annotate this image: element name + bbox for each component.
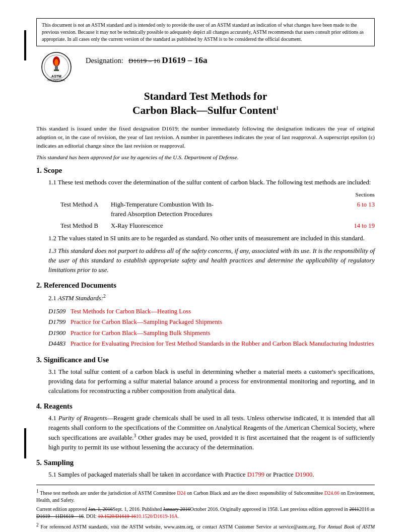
defense-approval: This standard has been approved for use … xyxy=(36,154,375,160)
test-method-a-label: Test Method A xyxy=(60,200,111,210)
section-3-heading: 3. Significance and Use xyxy=(36,356,375,364)
issued-box: This standard is issued under the fixed … xyxy=(36,124,375,150)
document-header: ASTM INTERNATIONAL Designation: D1619 – … xyxy=(36,51,375,83)
para-4-1-text: 4.1 Purity of Reagents—Reagent grade che… xyxy=(48,415,375,451)
ref-d1799-text: Practice for Carbon Black—Sampling Packa… xyxy=(71,317,222,328)
test-method-b-section: 14 to 19 xyxy=(334,221,375,231)
section-1-content: 1.1 These test methods cover the determi… xyxy=(36,178,375,275)
para-1-3: 1.3 This standard does not purport to ad… xyxy=(36,246,375,275)
test-method-table: Sections Test Method A High-Temperature … xyxy=(60,190,375,231)
para-1-2: 1.2 The values stated in SI units are to… xyxy=(36,234,375,243)
footnote-1: 1 These test methods are under the juris… xyxy=(36,488,375,504)
para-2-1: 2.1 ASTM Standards:2 xyxy=(36,293,375,303)
section-4-heading: 4. Reagents xyxy=(36,402,375,411)
reference-list: D1509 Test Methods for Carbon Black—Heat… xyxy=(48,306,375,350)
ref-d4483-link[interactable]: Practice for Evaluating Precision for Te… xyxy=(71,340,374,347)
para-3-1: 3.1 The total sulfur content of a carbon… xyxy=(36,367,375,396)
section-2-content: 2.1 ASTM Standards:2 D1509 Test Methods … xyxy=(36,293,375,349)
svg-text:INTERNATIONAL: INTERNATIONAL xyxy=(47,79,65,82)
test-method-a-desc: High-Temperature Combustion With In-frar… xyxy=(111,200,334,219)
para-4-1: 4.1 Purity of Reagents—Reagent grade che… xyxy=(36,414,375,452)
subcommittee-link[interactable]: D24.66 xyxy=(324,490,339,496)
ref-d4483-text: Practice for Evaluating Precision for Te… xyxy=(71,339,374,350)
test-method-a-section: 6 to 13 xyxy=(334,200,375,210)
para-1-2-text: 1.2 The values stated in SI units are to… xyxy=(48,235,365,242)
sections-header: Sections xyxy=(60,190,375,199)
footnote-divider xyxy=(36,485,375,485)
section-14-19-link[interactable]: 14 to 19 xyxy=(354,222,375,229)
d1900-inline-link[interactable]: D1900 xyxy=(295,471,312,478)
para-1-1-text: 1.1 These test methods cover the determi… xyxy=(48,179,371,186)
test-method-b-label: Test Method B xyxy=(60,221,111,231)
svg-rect-5 xyxy=(54,70,59,71)
ref-d1799-num: D1799 xyxy=(48,317,66,328)
footnote-area: 1 These test methods are under the juris… xyxy=(36,488,375,532)
test-method-b-desc: X-Ray Fluorescence xyxy=(111,221,334,231)
designation-old: D1619 – 16 xyxy=(128,57,160,64)
section-3-content: 3.1 The total sulfur content of a carbon… xyxy=(36,367,375,396)
section-1-heading: 1. Scope xyxy=(36,166,375,175)
issued-text: This standard is issued under the fixed … xyxy=(36,125,375,149)
notice-text: This document is not an ASTM standard an… xyxy=(42,22,364,42)
ref-d4483-num: D4483 xyxy=(48,339,66,350)
test-method-row-b: Test Method B X-Ray Fluorescence 14 to 1… xyxy=(60,221,375,231)
document-title: Standard Test Methods for Carbon Black—S… xyxy=(36,90,375,117)
ref-d1799: D1799 Practice for Carbon Black—Sampling… xyxy=(48,317,375,328)
astm-logo: ASTM INTERNATIONAL xyxy=(41,51,72,83)
ref-d4483: D4483 Practice for Evaluating Precision … xyxy=(48,339,375,350)
ref-d1509-link[interactable]: Test Methods for Carbon Black—Heating Lo… xyxy=(71,308,191,315)
svg-text:ASTM: ASTM xyxy=(51,75,61,78)
ref-d1509-num: D1509 xyxy=(48,306,66,317)
svg-point-3 xyxy=(54,59,58,66)
designation-label: Designation: xyxy=(86,56,123,64)
designation-area: Designation: D1619 – 16 D1619 – 16a xyxy=(86,51,375,65)
footnote-current-text: Current edition approved Jan. 1, 2016Sep… xyxy=(36,506,375,519)
ref-d1509-text: Test Methods for Carbon Black—Heating Lo… xyxy=(71,306,191,317)
footnote-1-text: These test methods are under the jurisdi… xyxy=(36,490,375,503)
ref-d1900-link[interactable]: Practice for Carbon Black—Sampling Bulk … xyxy=(71,329,210,337)
committee-d24-link[interactable]: D24 xyxy=(177,490,185,496)
para-2-1-text: 2.1 ASTM Standards:2 xyxy=(48,295,106,302)
test-method-row-a: Test Method A High-Temperature Combustio… xyxy=(60,200,375,219)
para-3-1-text: 3.1 The total sulfur content of a carbon… xyxy=(48,368,375,394)
footnote-2-text: For referenced ASTM standards, visit the… xyxy=(36,524,375,532)
ref-d1900-num: D1900 xyxy=(48,328,66,339)
logo-area: ASTM INTERNATIONAL xyxy=(36,51,77,83)
footnote-current: Current edition approved Jan. 1, 2016Sep… xyxy=(36,506,375,520)
section-6-13-link[interactable]: 6 to 13 xyxy=(357,201,375,208)
ref-d1900: D1900 Practice for Carbon Black—Sampling… xyxy=(48,328,375,339)
para-5-1-text: 5.1 Samples of packaged materials shall … xyxy=(48,471,314,478)
title-superscript: 1 xyxy=(276,106,279,111)
d1799-inline-link[interactable]: D1799 xyxy=(247,471,264,478)
para-1-1: 1.1 These test methods cover the determi… xyxy=(36,178,375,187)
para-5-1: 5.1 Samples of packaged materials shall … xyxy=(36,470,375,480)
section-4-content: 4.1 Purity of Reagents—Reagent grade che… xyxy=(36,414,375,452)
ref-d1799-link[interactable]: Practice for Carbon Black—Sampling Packa… xyxy=(71,318,222,325)
doi-new-link[interactable]: 10.1520/D1619-16A. xyxy=(136,513,179,519)
footnote-2: 2 For referenced ASTM standards, visit t… xyxy=(36,522,375,532)
change-indicator-bar-top xyxy=(24,30,26,60)
section-5-heading: 5. Sampling xyxy=(36,458,375,467)
section-2-heading: 2. Referenced Documents xyxy=(36,281,375,290)
section-5-content: 5.1 Samples of packaged materials shall … xyxy=(36,470,375,480)
doi-old-link[interactable]: 10.1520/D1619-16 xyxy=(98,513,136,519)
ref-d1900-text: Practice for Carbon Black—Sampling Bulk … xyxy=(71,328,210,339)
title-line1: Standard Test Methods for xyxy=(144,90,267,102)
change-indicator-bar-bottom xyxy=(24,428,26,458)
designation-new: D1619 – 16a xyxy=(162,55,208,65)
title-line2: Carbon Black—Sulfur Content xyxy=(132,104,276,116)
ref-d1509: D1509 Test Methods for Carbon Black—Heat… xyxy=(48,306,375,317)
para-1-3-text: 1.3 This standard does not purport to ad… xyxy=(48,247,375,274)
notice-box: This document is not an ASTM standard an… xyxy=(36,18,375,46)
